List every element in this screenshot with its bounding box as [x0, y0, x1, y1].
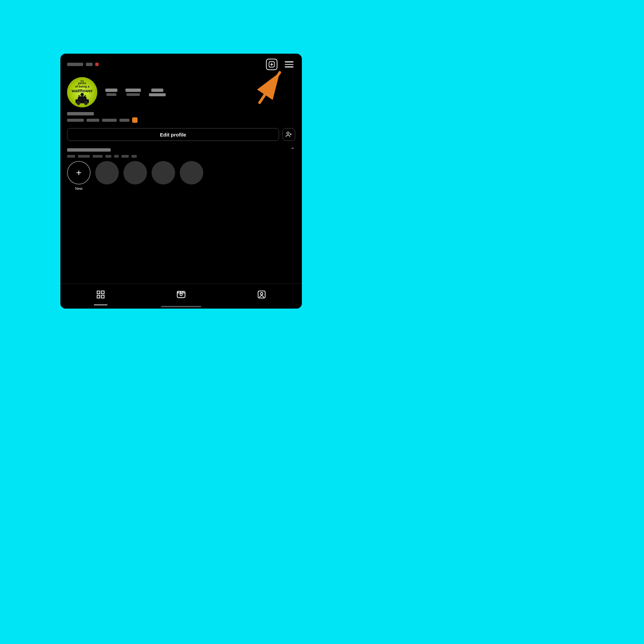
story-circle-2[interactable]	[123, 161, 147, 184]
edit-profile-button[interactable]: Edit profile	[67, 128, 279, 141]
highlights-subtitle	[67, 155, 295, 158]
svg-rect-16	[97, 291, 100, 294]
story-circle-4[interactable]	[180, 161, 203, 184]
following-count	[151, 89, 163, 92]
add-post-button[interactable]	[266, 58, 278, 70]
tab-reels[interactable]	[170, 288, 193, 301]
home-indicator	[161, 306, 201, 307]
svg-point-12	[84, 102, 88, 105]
grid-icon	[96, 290, 105, 299]
svg-rect-18	[101, 295, 104, 298]
highlights-section: ⌃ + New	[60, 146, 302, 194]
svg-rect-19	[97, 295, 100, 298]
avatar-image: the perksof being awallflower	[67, 77, 97, 107]
posts-label	[106, 93, 116, 96]
sub-chunk-3	[93, 155, 103, 158]
hamburger-line-3	[285, 66, 293, 67]
bio-line-1	[67, 117, 295, 123]
story-item-3[interactable]	[152, 161, 175, 191]
top-bar	[60, 54, 302, 74]
hamburger-icon	[285, 61, 293, 67]
sub-chunk-6	[121, 155, 129, 158]
bio-chunk-2	[87, 119, 99, 122]
tab-tagged[interactable]	[250, 288, 273, 301]
story-item-2[interactable]	[123, 161, 147, 191]
story-item-1[interactable]	[95, 161, 119, 191]
svg-point-21	[180, 293, 182, 296]
new-story-item[interactable]: + New	[67, 161, 91, 191]
svg-rect-8	[81, 96, 83, 99]
notification-dot	[95, 63, 99, 66]
highlights-header: ⌃	[67, 146, 295, 154]
highlights-title	[67, 148, 111, 152]
sub-chunk-7	[131, 155, 137, 158]
tab-bar	[60, 283, 302, 304]
story-circle-1[interactable]	[95, 161, 119, 184]
followers-count	[125, 89, 141, 92]
hamburger-menu-button[interactable]	[283, 58, 295, 70]
profile-avatar[interactable]: the perksof being awallflower	[67, 77, 97, 107]
bio-name	[67, 112, 94, 115]
add-person-icon	[285, 131, 292, 138]
bio-section	[60, 112, 302, 128]
svg-rect-17	[101, 291, 104, 294]
verified-badge	[132, 117, 138, 123]
sub-chunk-2	[78, 155, 90, 158]
svg-point-13	[287, 132, 289, 135]
avatar-silhouette	[74, 92, 91, 105]
story-circle-3[interactable]	[152, 161, 175, 184]
svg-rect-20	[177, 291, 185, 298]
sub-chunk-5	[114, 155, 119, 158]
highlights-collapse-button[interactable]: ⌃	[290, 146, 295, 154]
followers-stat[interactable]	[125, 89, 141, 96]
svg-point-27	[261, 292, 263, 295]
following-stat[interactable]	[149, 89, 166, 96]
hamburger-line-2	[285, 64, 293, 65]
bio-chunk-3	[102, 119, 117, 122]
sub-chunk-4	[105, 155, 111, 158]
new-story-circle[interactable]: +	[67, 161, 91, 184]
tab-posts[interactable]	[89, 288, 112, 301]
add-person-button[interactable]	[282, 128, 295, 141]
profile-section: the perksof being awallflower	[60, 74, 302, 112]
reels-icon	[176, 290, 186, 299]
new-story-label: New	[75, 186, 83, 191]
avatar-title: perksof being awallflower	[69, 82, 95, 93]
new-story-plus-icon: +	[76, 168, 82, 177]
svg-point-7	[80, 93, 84, 96]
bio-chunk-4	[119, 119, 129, 122]
posts-stat[interactable]	[105, 89, 117, 96]
username-text	[67, 63, 83, 66]
phone-screen: the perksof being awallflower	[60, 54, 302, 309]
svg-point-11	[77, 102, 80, 105]
sub-chunk-1	[67, 155, 75, 158]
actions-row: Edit profile	[60, 128, 302, 146]
top-bar-left	[67, 63, 99, 66]
plus-square-svg	[269, 61, 275, 67]
posts-count	[105, 89, 117, 92]
svg-rect-26	[258, 291, 265, 298]
add-square-icon	[266, 59, 277, 70]
stories-row: + New	[67, 161, 295, 194]
username-text-2	[86, 63, 93, 66]
story-item-4[interactable]	[180, 161, 203, 191]
top-bar-right	[266, 58, 295, 70]
tagged-icon	[257, 290, 266, 299]
bio-chunk-1	[67, 119, 84, 122]
followers-label	[126, 93, 140, 96]
profile-stats	[105, 89, 295, 96]
following-label	[149, 93, 166, 96]
hamburger-line-1	[285, 61, 293, 62]
